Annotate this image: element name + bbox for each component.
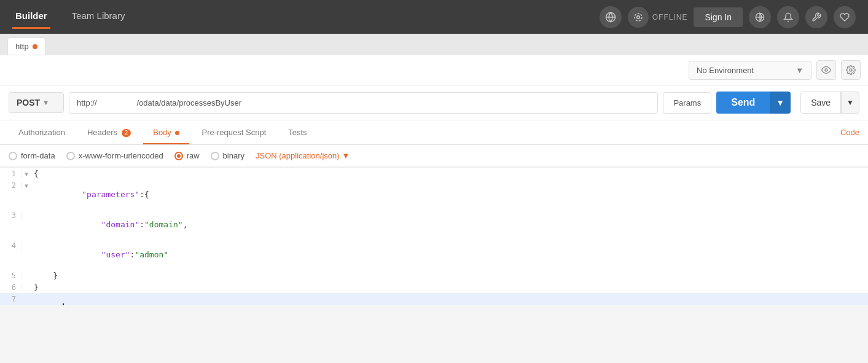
tab-tests[interactable]: Tests bbox=[278, 120, 316, 144]
code-link[interactable]: Code bbox=[840, 128, 859, 137]
editor-line-6: 6 } bbox=[0, 281, 868, 293]
svg-point-6 bbox=[825, 69, 827, 71]
svg-point-2 bbox=[636, 15, 639, 18]
gear-icon-btn[interactable] bbox=[841, 60, 861, 80]
code-editor[interactable]: 1 ▼ { 2 ▼ "parameters":{ 3 "domain":"dom… bbox=[0, 167, 868, 305]
save-group: Save ▼ bbox=[800, 92, 859, 114]
editor-line-7: 7 bbox=[0, 293, 868, 305]
svg-point-3 bbox=[635, 14, 642, 21]
request-row: POST ▼ Params Send ▼ Save ▼ bbox=[0, 85, 868, 120]
eye-icon-btn[interactable] bbox=[816, 60, 836, 80]
urlencoded-option[interactable]: x-www-form-urlencoded bbox=[66, 151, 163, 160]
satellite-icon bbox=[628, 7, 649, 28]
line-num-6: 6 bbox=[0, 283, 22, 292]
line-arrow-2: ▼ bbox=[22, 182, 31, 189]
network-icon-btn[interactable] bbox=[600, 6, 622, 28]
line-num-2: 2 bbox=[0, 181, 22, 190]
send-group: Send ▼ bbox=[716, 92, 791, 114]
tabs-row: Authorization Headers 2 Body Pre-request… bbox=[0, 120, 868, 145]
svg-point-7 bbox=[850, 69, 852, 71]
tests-label: Tests bbox=[288, 128, 307, 137]
raw-radio-inner bbox=[177, 154, 181, 158]
tab-team-library[interactable]: Team Library bbox=[69, 10, 128, 24]
save-button[interactable]: Save bbox=[800, 92, 841, 114]
form-data-option[interactable]: form-data bbox=[9, 151, 55, 160]
heart-icon-btn[interactable] bbox=[834, 6, 856, 28]
offline-badge: OFFLINE bbox=[628, 7, 688, 28]
binary-option[interactable]: binary bbox=[211, 151, 244, 160]
editor-line-4: 4 "user":"admon" bbox=[0, 240, 868, 270]
bell-icon-btn[interactable] bbox=[777, 6, 799, 28]
sign-in-button[interactable]: Sign In bbox=[694, 7, 743, 27]
params-button[interactable]: Params bbox=[663, 92, 711, 114]
nav-center: OFFLINE Sign In bbox=[600, 6, 856, 28]
editor-line-2: 2 ▼ "parameters":{ bbox=[0, 179, 868, 209]
body-type-row: form-data x-www-form-urlencoded raw bina… bbox=[0, 145, 868, 167]
raw-label: raw bbox=[187, 151, 200, 160]
team-library-tab-label: Team Library bbox=[72, 10, 125, 21]
send-chevron-icon: ▼ bbox=[776, 98, 784, 107]
line-content-4: "user":"admon" bbox=[31, 241, 168, 268]
top-nav: Builder Team Library OFFLINE Sign In bbox=[0, 0, 868, 34]
authorization-label: Authorization bbox=[18, 128, 65, 137]
http-request-tab[interactable]: http bbox=[7, 37, 45, 55]
line-content-5: } bbox=[31, 271, 58, 280]
chevron-down-icon: ▼ bbox=[796, 66, 803, 75]
env-label: No Environment bbox=[697, 66, 754, 75]
nav-left: Builder Team Library bbox=[12, 10, 128, 24]
save-dropdown-button[interactable]: ▼ bbox=[841, 92, 859, 114]
line-num-5: 5 bbox=[0, 271, 22, 280]
line-arrow-1: ▼ bbox=[22, 171, 31, 178]
body-label: Body bbox=[153, 128, 171, 137]
code-label: Code bbox=[840, 128, 859, 137]
send-dropdown-button[interactable]: ▼ bbox=[770, 92, 791, 114]
line-num-7: 7 bbox=[0, 295, 22, 303]
pre-request-label: Pre-request Script bbox=[201, 128, 266, 137]
method-chevron-icon: ▼ bbox=[42, 99, 49, 106]
raw-radio[interactable] bbox=[174, 152, 183, 160]
method-label: POST bbox=[17, 98, 40, 107]
env-bar: No Environment ▼ bbox=[0, 55, 868, 85]
method-select[interactable]: POST ▼ bbox=[9, 92, 64, 113]
line-num-3: 3 bbox=[0, 211, 22, 220]
line-content-7 bbox=[31, 294, 64, 305]
line-num-1: 1 bbox=[0, 170, 22, 178]
send-button[interactable]: Send bbox=[716, 92, 770, 114]
editor-line-5: 5 } bbox=[0, 270, 868, 281]
json-type-selector[interactable]: JSON (application/json) ▼ bbox=[256, 151, 350, 160]
raw-option[interactable]: raw bbox=[174, 151, 200, 160]
line-content-2: "parameters":{ bbox=[31, 181, 149, 208]
binary-radio[interactable] bbox=[211, 152, 219, 160]
offline-label: OFFLINE bbox=[652, 13, 688, 21]
tab-pre-request[interactable]: Pre-request Script bbox=[192, 120, 276, 144]
globe-icon-btn[interactable] bbox=[749, 6, 771, 28]
headers-badge: 2 bbox=[122, 129, 131, 137]
tab-headers[interactable]: Headers 2 bbox=[77, 120, 141, 144]
urlencoded-radio[interactable] bbox=[66, 152, 75, 160]
urlencoded-label: x-www-form-urlencoded bbox=[79, 151, 163, 160]
tab-authorization[interactable]: Authorization bbox=[9, 120, 75, 144]
url-input[interactable] bbox=[69, 92, 658, 114]
save-chevron-icon: ▼ bbox=[846, 98, 854, 107]
form-data-radio[interactable] bbox=[9, 152, 17, 160]
line-content-6: } bbox=[31, 283, 39, 292]
tab-builder[interactable]: Builder bbox=[12, 10, 50, 24]
headers-label: Headers bbox=[87, 128, 117, 137]
binary-label: binary bbox=[223, 151, 244, 160]
editor-line-3: 3 "domain":"domain", bbox=[0, 209, 868, 240]
environment-selector[interactable]: No Environment ▼ bbox=[689, 61, 811, 80]
json-type-label: JSON (application/json) bbox=[256, 151, 340, 160]
tab-strip: http bbox=[0, 34, 868, 55]
http-tab-label: http bbox=[15, 42, 29, 51]
body-active-dot bbox=[175, 131, 179, 135]
builder-tab-label: Builder bbox=[15, 10, 47, 21]
tab-body[interactable]: Body bbox=[143, 120, 189, 144]
line-content-3: "domain":"domain", bbox=[31, 211, 188, 238]
form-data-label: form-data bbox=[21, 151, 55, 160]
wrench-icon-btn[interactable] bbox=[805, 6, 827, 28]
http-dot bbox=[33, 44, 37, 49]
editor-line-1: 1 ▼ { bbox=[0, 168, 868, 179]
line-content-1: { bbox=[31, 169, 39, 178]
json-type-chevron-icon: ▼ bbox=[342, 151, 350, 160]
line-num-4: 4 bbox=[0, 241, 22, 250]
